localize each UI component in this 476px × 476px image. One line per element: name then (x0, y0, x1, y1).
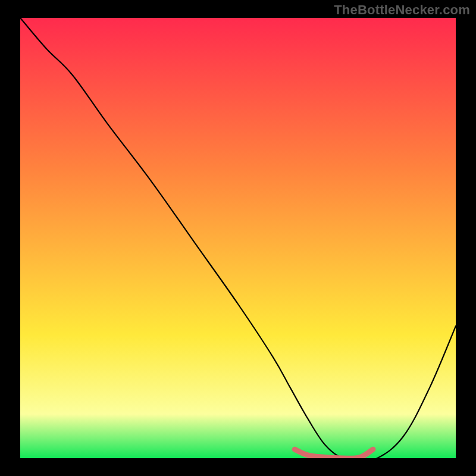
plot-area (20, 18, 456, 458)
watermark-text: TheBottleNecker.com (334, 2, 470, 18)
gradient-background (20, 18, 456, 458)
chart-frame: TheBottleNecker.com (0, 0, 476, 476)
chart-svg (20, 18, 456, 458)
